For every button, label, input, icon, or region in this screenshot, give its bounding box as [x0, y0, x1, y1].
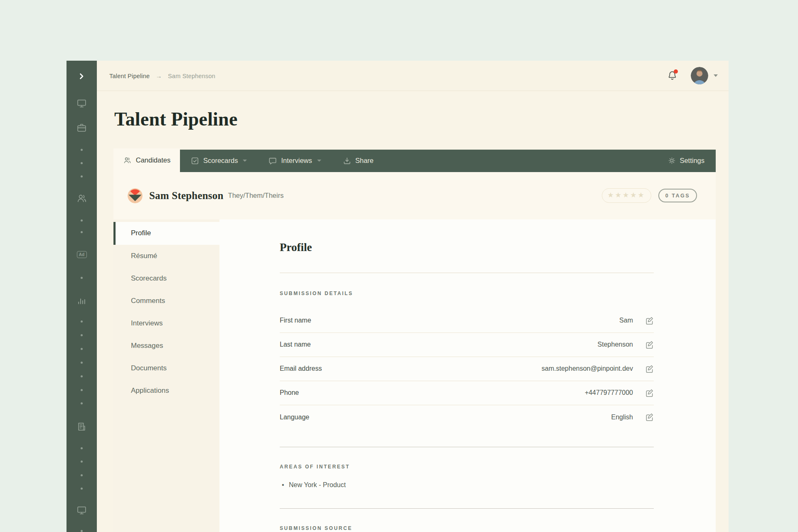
- field-row-language: Language English: [280, 405, 654, 429]
- tab-share-label: Share: [355, 157, 374, 165]
- sidebar-dot: [81, 149, 83, 151]
- tab-candidates[interactable]: Candidates: [113, 148, 180, 172]
- sidebar-dot: [81, 447, 83, 449]
- subnav-item-interviews[interactable]: Interviews: [113, 312, 219, 335]
- sidebar-dot: [81, 362, 83, 364]
- field-row-first-name: First name Sam: [280, 309, 654, 333]
- document-report-icon[interactable]: [66, 421, 97, 431]
- page-body: Talent Pipeline Candidates Scorecards In…: [97, 91, 729, 532]
- edit-phone-icon[interactable]: [645, 388, 654, 397]
- tags-count-badge[interactable]: 0 TAGS: [658, 189, 697, 202]
- subnav-item-applications[interactable]: Applications: [113, 379, 219, 402]
- notification-badge: [674, 69, 678, 74]
- candidate-avatar: [128, 188, 143, 203]
- field-value: English: [611, 414, 633, 421]
- sidebar-expand-chevron-icon[interactable]: [66, 71, 97, 81]
- tab-interviews[interactable]: Interviews: [258, 150, 332, 172]
- tab-share[interactable]: Share: [332, 150, 384, 172]
- candidate-name: Sam Stephenson: [149, 190, 224, 202]
- field-label: First name: [280, 317, 311, 324]
- user-avatar[interactable]: [691, 67, 708, 84]
- heading-divider: [280, 273, 654, 273]
- candidate-header-card: Sam Stephenson They/Them/Theirs ★★★★★ 0 …: [113, 172, 716, 219]
- breadcrumb-current: Sam Stephenson: [168, 73, 215, 79]
- chevron-down-icon: [317, 160, 321, 162]
- sidebar-dot: [81, 219, 83, 222]
- tab-scorecards[interactable]: Scorecards: [180, 150, 258, 172]
- field-label: Phone: [280, 389, 299, 397]
- subnav-item-resume[interactable]: Résumé: [113, 245, 219, 267]
- breadcrumb-arrow-icon: →: [156, 72, 162, 79]
- subnav-item-comments[interactable]: Comments: [113, 290, 219, 312]
- field-row-phone: Phone +447797777000: [280, 381, 654, 405]
- chevron-down-icon: [243, 160, 247, 162]
- sidebar-dot: [81, 402, 83, 404]
- edit-email-icon[interactable]: [645, 364, 654, 373]
- content-heading: Profile: [280, 241, 654, 254]
- settings-button[interactable]: Settings: [668, 150, 716, 172]
- area-of-interest-item: • New York - Product: [280, 481, 654, 489]
- bar-chart-icon[interactable]: [66, 296, 97, 305]
- app-window: Ad Talent Pipeline → Sam Stephenson: [66, 61, 729, 532]
- people-icon[interactable]: [66, 193, 97, 203]
- ad-badge-icon[interactable]: Ad: [66, 249, 97, 259]
- sidebar-dot: [81, 474, 83, 476]
- submission-fields: First name Sam Last name Stephenson: [280, 309, 654, 429]
- field-value: Stephenson: [598, 341, 633, 348]
- sidebar-dot: [81, 530, 83, 532]
- top-bar: Talent Pipeline → Sam Stephenson: [97, 61, 729, 91]
- candidate-subnav: Profile Résumé Scorecards Comments Inter…: [113, 219, 219, 532]
- subnav-item-documents[interactable]: Documents: [113, 357, 219, 379]
- notifications-bell-icon[interactable]: [667, 70, 677, 81]
- settings-label: Settings: [680, 157, 704, 165]
- field-row-email: Email address sam.stephenson@pinpoint.de…: [280, 357, 654, 381]
- ad-badge-label: Ad: [77, 251, 87, 258]
- desktop-icon[interactable]: [66, 98, 97, 108]
- sidebar-dot: [81, 461, 83, 463]
- sidebar-dot: [81, 375, 83, 377]
- field-label: Email address: [280, 365, 322, 372]
- area-of-interest-label: New York - Product: [289, 481, 346, 489]
- sidebar-dot: [81, 320, 83, 323]
- field-value: +447797777000: [585, 389, 633, 397]
- sidebar-dot: [81, 389, 83, 391]
- section-title-areas-of-interest: AREAS OF INTEREST: [280, 464, 654, 470]
- sidebar-dot: [81, 488, 83, 490]
- sidebar-dot: [81, 334, 83, 336]
- briefcase-icon[interactable]: [66, 123, 97, 133]
- tags-count-label: 0 TAGS: [665, 193, 690, 199]
- candidate-pronouns: They/Them/Theirs: [228, 192, 284, 200]
- sidebar-dot: [81, 231, 83, 233]
- sidebar-dot: [81, 277, 83, 279]
- breadcrumb-parent[interactable]: Talent Pipeline: [109, 73, 150, 79]
- tab-strip: Candidates Scorecards Interviews Share: [113, 150, 716, 172]
- breadcrumb: Talent Pipeline → Sam Stephenson: [109, 72, 215, 79]
- candidate-detail-block: Profile Résumé Scorecards Comments Inter…: [113, 219, 716, 532]
- field-row-last-name: Last name Stephenson: [280, 333, 654, 357]
- sidebar-dot: [81, 348, 83, 350]
- star-icons: ★★★★★: [608, 192, 645, 199]
- tab-scorecards-label: Scorecards: [203, 157, 238, 165]
- subnav-item-scorecards[interactable]: Scorecards: [113, 267, 219, 290]
- rating-stars-control[interactable]: ★★★★★: [602, 188, 651, 203]
- user-menu-caret-icon[interactable]: [714, 74, 718, 77]
- subnav-item-messages[interactable]: Messages: [113, 335, 219, 357]
- field-value: Sam: [619, 317, 633, 324]
- edit-last-name-icon[interactable]: [645, 340, 654, 349]
- section-title-submission-details: SUBMISSION DETAILS: [280, 291, 654, 296]
- page-title: Talent Pipeline: [114, 109, 729, 130]
- field-label: Last name: [280, 341, 311, 348]
- main-sidebar: Ad: [66, 61, 97, 532]
- edit-language-icon[interactable]: [645, 413, 654, 422]
- section-title-submission-source: SUBMISSION SOURCE: [280, 525, 654, 531]
- desktop-icon-bottom[interactable]: [66, 505, 97, 515]
- profile-content: Profile SUBMISSION DETAILS First name Sa…: [219, 219, 716, 532]
- section-divider: [280, 508, 654, 509]
- tab-candidates-label: Candidates: [136, 156, 170, 164]
- sidebar-dot: [81, 175, 83, 177]
- subnav-item-profile[interactable]: Profile: [113, 222, 219, 245]
- tab-interviews-label: Interviews: [281, 157, 312, 165]
- field-label: Language: [280, 414, 309, 421]
- edit-first-name-icon[interactable]: [645, 316, 654, 325]
- sidebar-dot: [81, 162, 83, 164]
